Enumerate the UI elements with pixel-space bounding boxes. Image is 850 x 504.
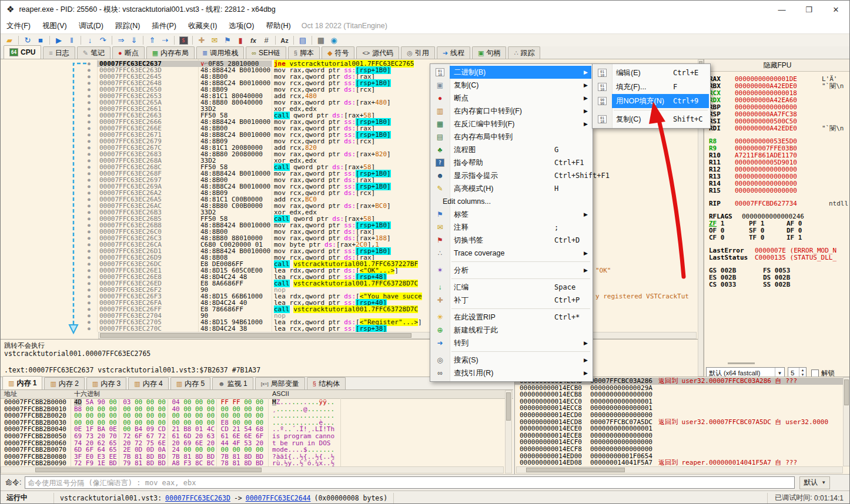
menu-item-mnemonic-brief[interactable]: ☻显示指令提示Ctrl+Shift+F1 — [430, 169, 593, 182]
tab-memory-4[interactable]: ▥内存 4 — [128, 377, 168, 389]
breakpoint-dot-icon[interactable]: ● — [88, 67, 91, 73]
register-row[interactable]: RIP00007FFCBD627734ntdll — [704, 200, 850, 207]
address-link-to[interactable]: 00007FFC63EC2644 — [246, 494, 311, 502]
command-input[interactable] — [25, 476, 795, 489]
tab-breakpoints[interactable]: ●断点 — [112, 46, 145, 59]
maximize-button[interactable]: ❒ — [795, 1, 822, 18]
register-row[interactable]: CF 0TF 0IF 1 — [704, 234, 850, 241]
tab-script[interactable]: §脚本 — [288, 46, 320, 59]
menubar-item-P[interactable]: 插件(P) — [146, 18, 182, 33]
flag-TF[interactable]: TF 0 — [749, 234, 765, 241]
breakpoint-dot-icon[interactable]: ● — [88, 203, 91, 209]
menu-item-follow-in-dump[interactable]: ▥在内存窗口中转到(F)▶ — [430, 105, 593, 117]
breakpoint-dot-icon[interactable]: ● — [88, 119, 91, 125]
tab-struct[interactable]: §结构体 — [307, 377, 346, 389]
label-icon[interactable]: ⚑ — [222, 35, 233, 46]
menu-item-binary-fill[interactable]: 01 10填充(F)...F — [593, 80, 710, 94]
menu-item-binary-fill-nop[interactable]: 90 90用NOP填充(N)Ctrl+9 — [593, 94, 710, 108]
register-row[interactable]: RFLAGS0000000000000246 — [704, 213, 850, 220]
tab-memory-1[interactable]: ▥内存 1 — [2, 376, 42, 389]
hide-fpu-button[interactable]: 隐藏FPU — [704, 59, 850, 72]
device-icon[interactable]: ▤ — [297, 35, 308, 46]
dump-col-address[interactable]: 地址 — [4, 390, 17, 398]
breakpoint-dot-icon[interactable]: ● — [88, 313, 91, 319]
hex-dump-pane[interactable]: 地址 十六进制 ASCII 00007FFCBB2B00004D5A900003… — [1, 389, 513, 474]
tab-references[interactable]: ◎引用 — [401, 46, 435, 59]
register-row[interactable]: CS 0033SS 002B — [704, 281, 850, 288]
stack-vertical-scrollbar[interactable] — [843, 377, 850, 466]
menu-item-goto[interactable]: ➜转到▶ — [430, 337, 593, 350]
breakpoint-dot-icon[interactable]: ● — [88, 274, 91, 280]
register-value[interactable]: 000000000A42EDE0 — [735, 125, 797, 132]
breakpoint-dot-icon[interactable]: ● — [88, 216, 91, 222]
stack-horizontal-scrollbar[interactable] — [516, 466, 843, 473]
menu-item-new-thread[interactable]: ⊕新建线程于此 — [430, 324, 593, 337]
breakpoint-dot-icon[interactable]: ● — [88, 145, 91, 151]
calling-convention-select[interactable]: 默认 (x64 fastcall)▼ — [706, 367, 785, 377]
menu-item-highlight-mode[interactable]: ✎高亮模式(H)H — [430, 182, 593, 195]
globe-icon[interactable]: ◉ — [329, 35, 339, 46]
breakpoint-dot-icon[interactable]: ● — [88, 106, 91, 112]
segment-CS[interactable]: CS 0033 — [709, 281, 736, 288]
bookmark-icon[interactable]: ▮ — [235, 35, 246, 46]
pause-icon[interactable]: ‖ — [66, 35, 77, 46]
breakpoint-dot-icon[interactable]: ● — [88, 138, 91, 145]
flag-CF[interactable]: CF 0 — [709, 234, 725, 241]
register-row[interactable]: R150000000000000000 — [704, 187, 850, 194]
breakpoint-dot-icon[interactable]: ● — [88, 99, 91, 106]
menubar-item-I[interactable]: 收藏夹(I) — [182, 18, 223, 33]
step-out-icon[interactable]: ⇓ — [129, 35, 139, 46]
register-row[interactable]: RDI000000000A42EDE0"`閿\n — [704, 125, 850, 132]
flag-IF[interactable]: IF 1 — [787, 234, 802, 241]
stack-row[interactable]: 000000000014ECF80000000000000000 — [515, 446, 843, 453]
patch-icon[interactable]: ✚ — [196, 35, 207, 46]
breakpoint-dot-icon[interactable]: ● — [88, 157, 91, 164]
dump-col-hex[interactable]: 十六进制 — [74, 390, 100, 398]
minimize-button[interactable]: — — [768, 1, 795, 18]
menu-item-breakpoint[interactable]: ●断点▶ — [430, 92, 593, 105]
function-icon[interactable]: fx — [248, 35, 259, 46]
tab-memory-5[interactable]: ▥内存 5 — [170, 377, 210, 389]
menu-item-binary[interactable]: 01 10二进制(B)▶ — [430, 66, 593, 79]
comment-icon[interactable]: ✉ — [209, 35, 220, 46]
menu-item-instruction-help[interactable]: ?指令帮助Ctrl+F1 — [430, 156, 593, 169]
tab-seh-chain[interactable]: ∞SEH链 — [246, 46, 286, 59]
breakpoint-dot-icon[interactable]: ● — [88, 229, 91, 235]
breakpoint-dot-icon[interactable]: ● — [88, 287, 91, 293]
tab-call-stack[interactable]: ≣调用堆栈 — [196, 46, 244, 59]
menu-item-set-rip[interactable]: ✳在此设置RIPCtrl+* — [430, 311, 593, 324]
register-value[interactable]: 0000000000000000 — [735, 187, 797, 194]
breakpoint-dot-icon[interactable]: ● — [88, 209, 91, 216]
tab-memory-3[interactable]: ▥内存 3 — [86, 377, 126, 389]
breakpoint-dot-icon[interactable]: ● — [88, 248, 91, 254]
menubar-item-H[interactable]: 帮助(H) — [260, 18, 296, 33]
menubar-item-N[interactable]: 跟踪(N) — [109, 18, 146, 33]
breakpoint-dot-icon[interactable]: ● — [88, 235, 91, 241]
breakpoint-dot-icon[interactable]: ● — [88, 306, 91, 313]
breakpoint-dot-icon[interactable]: ● — [88, 261, 91, 267]
tab-cpu[interactable]: 64CPU — [4, 45, 41, 59]
menu-item-follow-in-memmap[interactable]: ▤在内存布局中转到 — [430, 130, 593, 143]
open-file-icon[interactable]: ▰ — [4, 35, 15, 46]
menu-item-binary-copy[interactable]: 01 18复制(C)Shift+C — [593, 112, 710, 126]
menu-item-comment[interactable]: ✉注释; — [430, 221, 593, 234]
menu-item-find-references[interactable]: ∞查找引用(R)▶ — [430, 367, 593, 379]
tab-source[interactable]: <>源代码 — [356, 46, 399, 59]
menu-item-analyze[interactable]: ✶分析▶ — [430, 264, 593, 277]
tab-notes[interactable]: ✎笔记 — [77, 46, 111, 59]
stack-pane[interactable]: 000000000014ECA800007FFCBC03A286返回到 user… — [514, 377, 850, 474]
breakpoint-dot-icon[interactable]: ● — [88, 170, 91, 177]
step-into-icon[interactable]: ↓ — [85, 35, 95, 46]
profile-dropdown[interactable]: 默认▼ — [799, 476, 830, 489]
register-row[interactable]: OF 0SF 0DF 0 — [704, 227, 850, 234]
breakpoint-dot-icon[interactable]: ● — [88, 196, 91, 203]
menubar-item-D[interactable]: 调试(D) — [73, 18, 109, 33]
splitter-grip[interactable] — [728, 362, 755, 364]
breakpoint-dot-icon[interactable]: ● — [88, 319, 91, 325]
stack-row[interactable]: 000000000014ECD00000000000000000 — [515, 412, 843, 419]
menubar-item-O[interactable]: 选项(O) — [223, 18, 260, 33]
breakpoint-dot-icon[interactable]: ● — [88, 151, 91, 157]
tab-trace[interactable]: ∴跟踪 — [508, 46, 540, 59]
tab-symbols[interactable]: ◆符号 — [322, 46, 354, 59]
breakpoint-dot-icon[interactable]: ● — [88, 190, 91, 196]
